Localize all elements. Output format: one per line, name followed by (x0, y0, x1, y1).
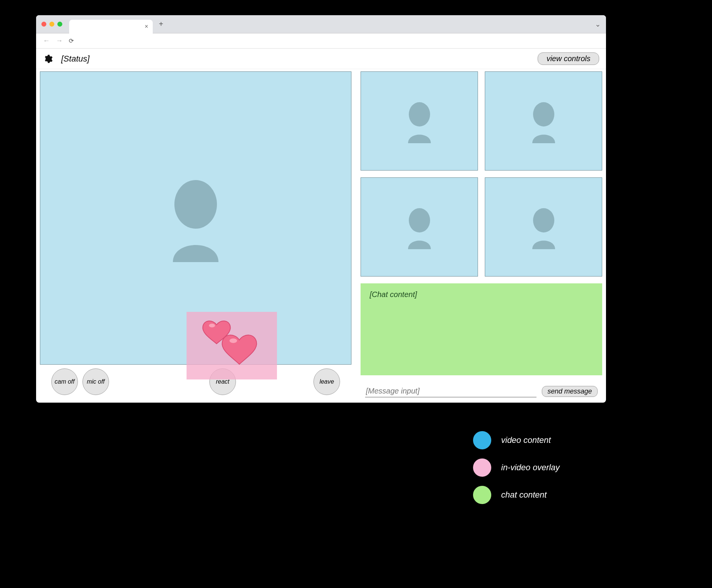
browser-toolbar: ← → ⟳ (36, 33, 606, 49)
browser-tab-bar: × + ⌄ (36, 15, 606, 33)
svg-point-4 (533, 102, 554, 126)
maximize-window-icon[interactable] (57, 22, 62, 27)
status-label: [Status] (61, 54, 90, 64)
mic-toggle-button[interactable]: mic off (82, 368, 109, 395)
tabs-dropdown-icon[interactable]: ⌄ (595, 20, 601, 28)
window-controls (41, 22, 62, 27)
avatar-placeholder-icon (525, 204, 563, 250)
reaction-overlay (187, 312, 277, 379)
browser-window: × + ⌄ ← → ⟳ [Status] view controls (36, 15, 606, 403)
svg-point-2 (229, 338, 237, 343)
legend-item: video content (473, 431, 560, 449)
legend-label: in-video overlay (501, 463, 560, 473)
chat-input-row: send message (361, 382, 602, 399)
chat-content-area: [Chat content] (361, 283, 602, 375)
message-input[interactable] (365, 385, 536, 397)
legend-swatch (473, 486, 491, 504)
send-message-button[interactable]: send message (542, 386, 598, 397)
settings-icon[interactable] (43, 54, 53, 64)
svg-point-3 (409, 102, 430, 126)
svg-point-0 (174, 180, 217, 229)
close-tab-icon[interactable]: × (145, 23, 148, 30)
legend-label: video content (501, 435, 551, 445)
participant-tile[interactable] (361, 71, 478, 171)
svg-point-1 (209, 324, 215, 327)
new-tab-icon[interactable]: + (159, 20, 163, 28)
hearts-icon (198, 317, 266, 374)
camera-toggle-button[interactable]: cam off (51, 368, 78, 395)
participant-tile[interactable] (361, 177, 478, 277)
browser-tab[interactable]: × (69, 20, 153, 33)
app-header: [Status] view controls (36, 49, 606, 69)
avatar-placeholder-icon (400, 98, 438, 144)
forward-icon[interactable]: → (56, 37, 63, 45)
color-legend: video content in-video overlay chat cont… (473, 431, 560, 504)
reload-icon[interactable]: ⟳ (69, 37, 74, 44)
participant-tile[interactable] (485, 177, 602, 277)
primary-column: cam off mic off react leave (40, 71, 351, 399)
avatar-placeholder-icon (400, 204, 438, 250)
secondary-column: [Chat content] send message (361, 71, 602, 399)
main-video-tile[interactable] (40, 71, 351, 365)
close-window-icon[interactable] (41, 22, 46, 27)
svg-point-6 (533, 208, 554, 232)
minimize-window-icon[interactable] (49, 22, 54, 27)
svg-point-5 (409, 208, 430, 232)
avatar-placeholder-icon (525, 98, 563, 144)
legend-swatch (473, 458, 491, 477)
participant-grid (361, 71, 602, 277)
view-controls-button[interactable]: view controls (538, 52, 599, 65)
leave-button[interactable]: leave (313, 368, 340, 395)
legend-item: chat content (473, 486, 560, 504)
legend-swatch (473, 431, 491, 449)
legend-item: in-video overlay (473, 458, 560, 477)
avatar-placeholder-icon (158, 172, 234, 264)
legend-label: chat content (501, 490, 547, 500)
back-icon[interactable]: ← (43, 37, 50, 45)
participant-tile[interactable] (485, 71, 602, 171)
main-content: cam off mic off react leave (36, 69, 606, 403)
